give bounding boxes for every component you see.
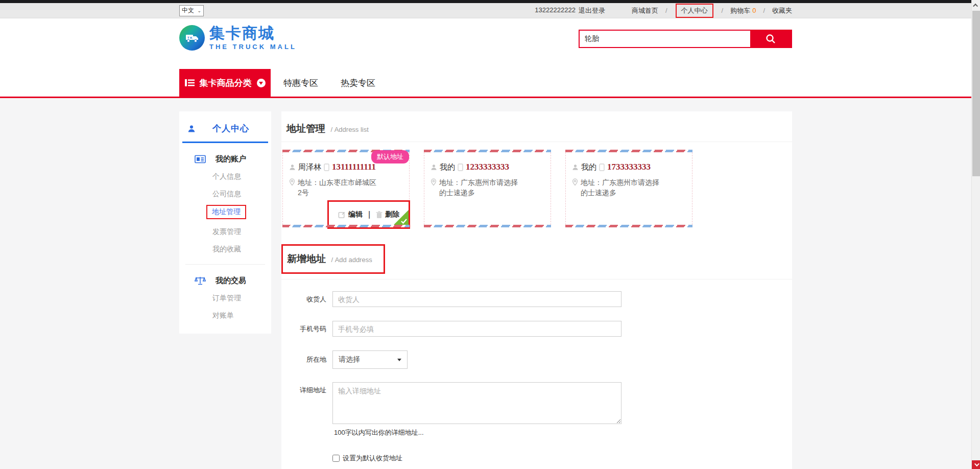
svg-text:T K: T K [187,36,193,39]
recipient-phone: 13111111111 [332,162,376,172]
card-actions-annotation-box: 编辑 | 删除 [327,200,410,229]
region-select[interactable]: 请选择 [332,350,408,369]
cart-link[interactable]: 购物车0 [730,6,756,15]
separator: / [763,7,765,14]
location-pin-icon [289,178,295,198]
chevron-down-icon: ⌄ [197,8,201,13]
action-separator: | [368,210,370,219]
user-phone: 13222222222 [535,6,576,15]
default-address-checkbox-row: 设置为默认收货地址 [332,454,792,463]
logo-title: 集卡商城 [209,26,297,41]
address-card: 我的 1233333333 地址：广东惠州市请选择 [424,150,551,227]
region-label: 所在地 [281,350,332,369]
person-icon [431,164,437,171]
phone-label: 手机号码 [281,321,332,337]
separator: / [665,7,667,14]
personal-center-link[interactable]: 个人中心 [676,4,713,18]
logo-subtitle: THE TRUCK MALL [209,43,297,51]
recipient-name: 周泽林 [298,162,321,172]
default-address-checkbox[interactable] [332,455,340,462]
address-cards-row: 默认地址 周泽林 13111111111 [281,142,792,227]
sidebar-item-invoice-management[interactable]: 发票管理 [179,227,271,237]
page: 中文 ⌄ 13222222222 退出登录 商城首页 / 个人中心 / 购物车0… [0,0,980,469]
cart-count-badge: 0 [752,7,756,14]
sidebar-item-order-management[interactable]: 订单管理 [179,294,271,303]
phone-input[interactable] [332,321,622,337]
phone-icon [599,163,605,171]
category-list-icon [185,79,195,87]
home-link[interactable]: 商城首页 [632,6,658,15]
edit-pencil-icon [338,211,346,219]
search-input[interactable] [580,31,750,47]
address-list-subtitle: / Address list [330,126,368,133]
trash-icon [376,211,383,219]
person-icon [187,125,196,133]
search-bar [579,30,792,48]
default-check-corner [391,210,409,227]
search-icon [764,33,777,45]
person-icon [572,164,579,171]
receiver-label: 收货人 [281,291,332,308]
separator: / [722,7,724,14]
sidebar: 个人中心 我的账户 个人信息 公司信息 [179,111,271,334]
sidebar-item-my-favorites[interactable]: 我的收藏 [179,245,271,254]
address-panel: 地址管理 / Address list 默认地址 周泽林 [281,111,792,469]
sidebar-group-account[interactable]: 我的账户 [216,154,246,164]
chevron-down-icon [974,461,979,466]
circle-arrow-down-icon [257,79,266,87]
address-text: 地址：山东枣庄市峄城区 2号 [298,177,376,198]
add-address-form: 收货人 手机号码 所在地 请选择 [281,291,792,469]
nav-special-zone[interactable]: 特惠专区 [283,77,318,89]
address-list-header: 地址管理 / Address list [281,111,792,142]
account-card-icon [195,155,206,163]
address-card: 我的 1733333333 地址：广东惠州市请选择 [565,150,692,227]
sidebar-title[interactable]: 个人中心 [212,123,249,134]
main-area: 个人中心 我的账户 个人信息 公司信息 [0,98,971,469]
edit-address-button[interactable]: 编辑 [338,210,363,219]
default-address-badge: 默认地址 [371,150,409,163]
address-list-title: 地址管理 [286,123,325,134]
default-address-checkbox-label: 设置为默认收货地址 [343,454,402,463]
vertical-scrollbar[interactable] [971,0,980,469]
category-menu-label: 集卡商品分类 [200,77,252,89]
scroll-up-button[interactable] [972,1,980,10]
add-address-header-annotation: 新增地址 / Add address [281,244,385,274]
add-address-subtitle: / Add address [331,256,372,264]
sidebar-item-company-info[interactable]: 公司信息 [179,190,271,199]
sidebar-divider [185,264,265,265]
chevron-down-icon [397,359,401,361]
address-text: 地址：广东惠州市请选择 的士速递多 [439,177,518,198]
address-card-default: 默认地址 周泽林 13111111111 [282,150,410,227]
logout-link[interactable]: 退出登录 [579,6,605,15]
person-icon [289,164,296,171]
section-divider [281,279,792,279]
detail-address-hint: 100字以内写出你的详细地址... [334,428,792,437]
scroll-down-button[interactable] [972,460,980,469]
receiver-input[interactable] [332,291,622,307]
sidebar-item-personal-info[interactable]: 个人信息 [179,172,271,181]
sidebar-title-underline [182,142,268,143]
favorites-link[interactable]: 收藏夹 [772,6,792,15]
sidebar-item-address-management[interactable]: 地址管理 [206,205,246,219]
category-menu-button[interactable]: 集卡商品分类 [179,69,271,97]
site-header: T K 集卡商城 THE TRUCK MALL [0,18,971,98]
site-logo[interactable]: T K 集卡商城 THE TRUCK MALL [179,25,297,51]
truck-logo-icon: T K [179,25,205,51]
phone-icon [458,163,463,171]
nav-hot-zone[interactable]: 热卖专区 [341,77,375,89]
detail-address-textarea[interactable] [332,382,622,424]
detail-address-label: 详细地址 [281,382,332,424]
recipient-phone: 1233333333 [466,162,509,172]
sidebar-group-trade[interactable]: 我的交易 [216,276,246,286]
phone-icon [324,163,329,171]
language-select[interactable]: 中文 ⌄ [179,5,204,16]
search-button[interactable] [750,31,791,47]
location-pin-icon [572,178,578,198]
recipient-name: 我的 [440,162,455,172]
sidebar-item-statement[interactable]: 对账单 [179,311,271,320]
region-select-value: 请选择 [339,355,360,364]
scale-icon [195,276,206,286]
add-address-title: 新增地址 [287,253,326,264]
scrollbar-thumb[interactable] [972,11,980,176]
topbar: 中文 ⌄ 13222222222 退出登录 商城首页 / 个人中心 / 购物车0… [0,3,971,18]
